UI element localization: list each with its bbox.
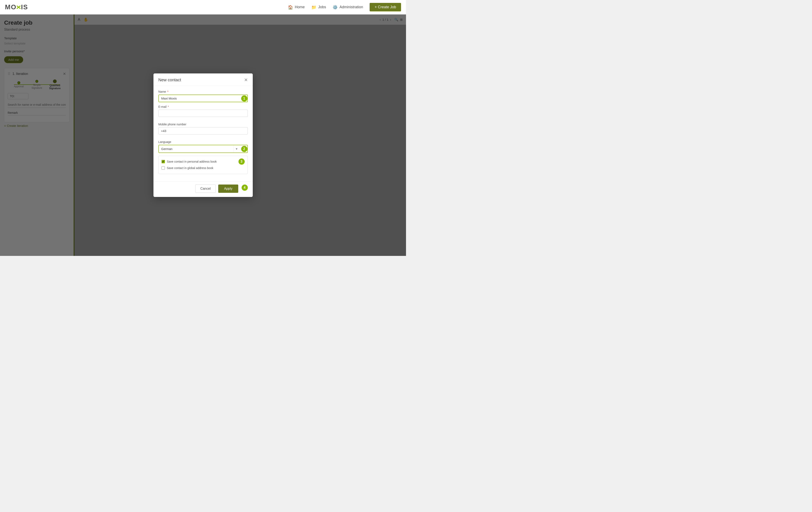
language-select[interactable]: German English French Spanish [159,145,233,152]
save-global-checkbox[interactable] [162,166,165,170]
step-3-indicator: 3 [238,159,245,165]
name-field-row: Name * 1 [158,90,248,102]
step-2-indicator: 2 [241,146,248,152]
save-personal-checkbox[interactable] [162,160,165,163]
nav-jobs[interactable]: 📁 Jobs [311,5,326,10]
modal-close-button[interactable]: ✕ [244,78,248,82]
language-label: Language [158,140,248,144]
nav-administration[interactable]: ⚙️ Administration [332,5,363,10]
modal-header: New contact ✕ [153,74,253,86]
create-job-label: + Create Job [375,5,396,9]
step-1-indicator: 1 [241,95,248,102]
logo-is: IS [21,3,28,11]
name-required: * [167,90,168,93]
modal-body: Name * 1 E-mail * Mobile phone [153,86,253,181]
main-content: Create job Standard process Template Sel… [0,15,406,256]
name-input-row: 1 [158,94,248,102]
nav-administration-label: Administration [340,5,363,9]
language-field-row: Language German English French Spanish ▾… [158,140,248,153]
email-required: * [167,105,169,108]
nav-home[interactable]: 🏠 Home [288,5,304,10]
modal-footer: Cancel Apply 4 [153,181,253,197]
language-select-row: German English French Spanish ▾ 2 [158,145,248,153]
modal-title: New contact [158,78,181,82]
mobile-label: Mobile phone number [158,123,248,126]
save-personal-row: Save contact in personal address book 3 [162,159,245,165]
apply-label: Apply [224,187,232,190]
create-job-button[interactable]: + Create Job [370,3,401,11]
mobile-field-row: Mobile phone number [158,123,248,137]
logo-mo: MO [5,3,17,11]
nav-home-label: Home [295,5,304,9]
nav-jobs-label: Jobs [318,5,326,9]
new-contact-modal: New contact ✕ Name * 1 [153,74,253,197]
mobile-input[interactable] [158,127,248,135]
top-navigation: MO×IS 🏠 Home 📁 Jobs ⚙️ Administration + … [0,0,406,15]
cancel-button[interactable]: Cancel [195,184,216,193]
save-global-row: Save contact in global address book [162,166,245,170]
email-label: E-mail * [158,105,248,108]
email-field-row: E-mail * [158,105,248,120]
name-input[interactable] [159,95,239,102]
folder-icon: 📁 [311,5,316,10]
main-nav: 🏠 Home 📁 Jobs ⚙️ Administration + Create… [288,3,401,11]
app-logo: MO×IS [5,3,28,11]
email-input[interactable] [158,110,248,117]
gear-icon: ⚙️ [332,5,338,10]
address-book-section: Save contact in personal address book 3 … [158,156,248,174]
apply-button[interactable]: Apply [218,184,238,193]
name-label: Name * [158,90,248,93]
logo-x: × [16,3,21,11]
step-4-indicator: 4 [241,184,248,191]
save-personal-label: Save contact in personal address book [167,160,217,163]
modal-overlay: New contact ✕ Name * 1 [0,15,406,256]
save-global-label: Save contact in global address book [167,166,213,170]
home-icon: 🏠 [288,5,293,10]
language-chevron-icon: ▾ [233,145,239,152]
